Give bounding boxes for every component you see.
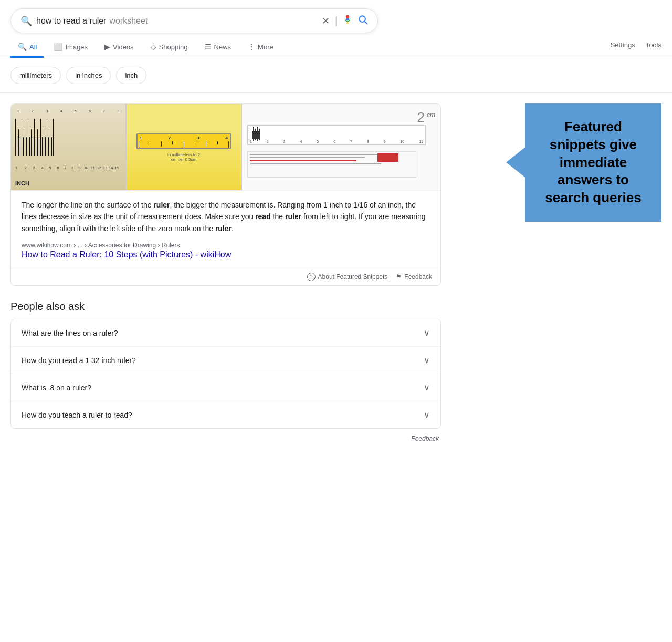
tape-measure-image: 1234 (127, 104, 242, 191)
more-icon: ⋮ (248, 43, 255, 51)
snippet-body: The longer the line on the surface of th… (11, 191, 440, 268)
about-snippets[interactable]: ? About Featured Snippets (307, 273, 388, 281)
divider: | (335, 15, 338, 27)
ruler-markings: 12 34 56 78 (11, 109, 125, 113)
chevron-icon-3: ∨ (424, 382, 430, 392)
tab-all-label: All (29, 43, 37, 51)
snippet-footer: ? About Featured Snippets ⚑ Feedback (11, 268, 440, 285)
tab-more[interactable]: ⋮ More (240, 37, 281, 58)
snippet-text: The longer the line on the surface of th… (22, 199, 430, 234)
tape-measure-wrap: 1234 (127, 133, 241, 162)
search-button-icon[interactable] (358, 14, 368, 27)
search-bar-container: 🔍 how to read a ruler worksheet ✕ | (0, 0, 672, 33)
tab-news[interactable]: ☰ News (197, 37, 239, 58)
paa-item-4[interactable]: How do you teach a ruler to read? ∨ (11, 401, 440, 428)
chevron-icon-4: ∨ (424, 410, 430, 420)
tab-more-label: More (258, 43, 274, 51)
filter-chips: millimeters in inches inch (0, 58, 672, 93)
svg-line-3 (365, 22, 368, 24)
chevron-icon-2: ∨ (424, 355, 430, 365)
chip-millimeters[interactable]: millimeters (10, 67, 61, 84)
search-query-light: worksheet (109, 16, 148, 26)
microphone-icon[interactable] (343, 15, 352, 27)
settings-link[interactable]: Settings (611, 41, 635, 49)
cm-number: 2 (417, 109, 425, 126)
feedback-button[interactable]: ⚑ Feedback (396, 273, 432, 281)
tab-images-label: Images (65, 43, 88, 51)
images-icon: ⬜ (54, 43, 62, 51)
paa-item-2[interactable]: How do you read a 1 32 inch ruler? ∨ (11, 347, 440, 374)
ruler-line-tall2 (22, 119, 22, 156)
shopping-icon: ◇ (151, 43, 156, 51)
featured-snippet-card: 12 34 56 78 (10, 103, 441, 286)
cm-ruler-bar: 1234567891011 (247, 125, 426, 145)
tab-videos-label: Videos (113, 43, 134, 51)
red-rectangle (377, 153, 398, 162)
callout-box: Featured snippets give immediate answers… (525, 103, 662, 222)
clear-icon[interactable]: ✕ (322, 15, 330, 27)
chevron-icon-1: ∨ (424, 328, 430, 338)
snippet-source: www.wikihow.com › ... › Accessories for … (22, 242, 430, 249)
inch-label: INCH (15, 180, 29, 187)
image-strip: 12 34 56 78 (11, 104, 440, 191)
callout-arrow (506, 147, 526, 178)
paa-item-3[interactable]: What is .8 on a ruler? ∨ (11, 374, 440, 401)
ruler-numbers-bottom: 12 34 56 78 910 1112 1314 15 (15, 166, 119, 170)
tab-shopping-label: Shopping (159, 43, 188, 51)
tab-images[interactable]: ⬜ Images (46, 37, 95, 58)
search-icons: ✕ | (322, 14, 368, 27)
tab-news-label: News (214, 43, 232, 51)
tab-shopping[interactable]: ◇ Shopping (143, 37, 195, 58)
cm-label: cm (427, 111, 435, 119)
all-icon: 🔍 (18, 43, 27, 51)
search-text: how to read a ruler worksheet (36, 16, 318, 26)
tab-all[interactable]: 🔍 All (10, 37, 44, 58)
tape-body: 1234 (136, 133, 231, 149)
worksheet-image: 2 cm (242, 104, 440, 191)
ruler-line-short (17, 137, 17, 156)
tab-videos[interactable]: ▶ Videos (97, 37, 141, 58)
paa-section: People also ask What are the lines on a … (10, 292, 441, 429)
ruler-line-medium (18, 129, 19, 156)
snippet-link[interactable]: How to Read a Ruler: 10 Steps (with Pict… (22, 250, 430, 260)
videos-icon: ▶ (104, 43, 110, 51)
nav-tabs: 🔍 All ⬜ Images ▶ Videos ◇ Shopping ☰ New… (0, 33, 672, 58)
bottom-feedback[interactable]: Feedback (10, 431, 441, 447)
ruler-image-1: 12 34 56 78 (11, 104, 127, 191)
chip-inch[interactable]: inch (116, 67, 146, 84)
nav-settings: Settings Tools (611, 41, 662, 54)
search-query-bold: how to read a ruler (36, 16, 106, 26)
chip-in-inches[interactable]: in inches (66, 67, 111, 84)
question-icon: ? (307, 273, 316, 281)
search-bar: 🔍 how to read a ruler worksheet ✕ | (10, 8, 378, 33)
tape-caption: in millimeters to 2 (167, 152, 200, 157)
ruler-line-short2 (20, 137, 20, 156)
paa-title: People also ask (10, 292, 441, 319)
paa-card: What are the lines on a ruler? ∨ How do … (10, 319, 441, 429)
news-icon: ☰ (205, 43, 212, 51)
ruler-lines-row (15, 119, 121, 156)
ruler-line-tall (15, 119, 16, 156)
main-content: 12 34 56 78 (0, 93, 672, 457)
tools-link[interactable]: Tools (646, 41, 662, 49)
flag-icon: ⚑ (396, 273, 402, 281)
search-icon: 🔍 (20, 15, 32, 27)
paa-item-1[interactable]: What are the lines on a ruler? ∨ (11, 319, 440, 347)
